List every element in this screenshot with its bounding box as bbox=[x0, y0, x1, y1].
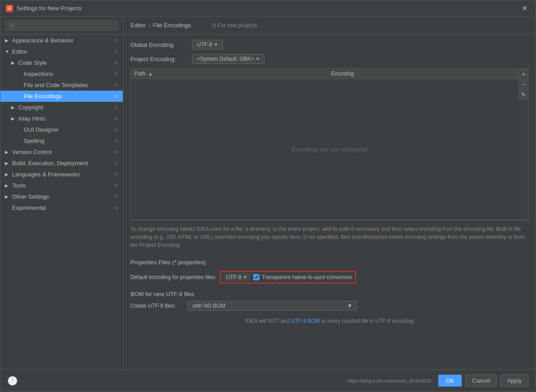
table-empty-message: Encodings are not configured bbox=[131, 79, 528, 220]
sidebar-item-build-execution[interactable]: ▶ Build, Execution, Deployment ⧉ bbox=[0, 158, 123, 169]
sidebar-item-languages-frameworks[interactable]: ▶ Languages & Frameworks ⧉ bbox=[0, 169, 123, 180]
copy-icon: ⧉ bbox=[115, 194, 118, 200]
bom-create-select[interactable]: with NO BOM ▼ bbox=[188, 301, 357, 311]
table-actions: + − ✎ bbox=[519, 69, 528, 100]
for-new-projects-label: ⊡ For new projects bbox=[212, 22, 257, 29]
sidebar-item-other-settings[interactable]: ▶ Other Settings ⧉ bbox=[0, 191, 123, 202]
sidebar-item-label: Version Control bbox=[12, 149, 52, 155]
transparent-conversion-checkbox[interactable] bbox=[253, 274, 260, 280]
transparent-conversion-label: Transparent native-to-ascii conversion bbox=[262, 274, 352, 280]
properties-encoding-value: UTF-8 bbox=[226, 274, 241, 280]
arrow-icon: ▶ bbox=[11, 116, 17, 121]
sidebar-item-label: Editor bbox=[12, 48, 27, 55]
bom-create-value: with NO BOM bbox=[193, 303, 225, 309]
close-button[interactable]: ✕ bbox=[519, 3, 530, 13]
properties-row: Default encoding for properties files: U… bbox=[130, 269, 528, 285]
sidebar-item-label: Inlay Hints bbox=[18, 115, 46, 122]
sidebar-item-label: Spelling bbox=[24, 138, 44, 144]
sidebar-item-label: File Encodings bbox=[24, 93, 62, 100]
sidebar-item-label: Inspections bbox=[24, 71, 53, 77]
app-icon: IJ bbox=[6, 5, 13, 12]
sidebar-item-label: Build, Execution, Deployment bbox=[12, 160, 88, 167]
sidebar-item-label: Other Settings bbox=[12, 193, 49, 200]
help-button[interactable]: ? bbox=[8, 376, 17, 386]
sidebar-item-label: Copyright bbox=[18, 104, 43, 111]
settings-dialog: IJ Settings for New Projects ✕ ▶ Appeara… bbox=[0, 0, 536, 392]
copy-icon: ⧉ bbox=[115, 104, 118, 110]
search-input[interactable] bbox=[5, 20, 118, 31]
table-header: Path ▲ Encoding bbox=[131, 69, 528, 79]
add-encoding-button[interactable]: + bbox=[519, 69, 528, 79]
sort-arrow-icon: ▲ bbox=[148, 71, 153, 76]
breadcrumb-current: File Encodings bbox=[153, 22, 191, 29]
sidebar-item-inlay-hints[interactable]: ▶ Inlay Hints ⧉ bbox=[0, 113, 123, 124]
copy-icon: ⧉ bbox=[115, 205, 118, 211]
sidebar-item-file-code-templates[interactable]: ▶ File and Code Templates ⧉ bbox=[0, 79, 123, 91]
edit-encoding-button[interactable]: ✎ bbox=[519, 89, 528, 100]
transparent-conversion-row: Transparent native-to-ascii conversion bbox=[253, 274, 352, 280]
apply-button[interactable]: Apply bbox=[500, 375, 528, 387]
sidebar-item-copyright[interactable]: ▶ Copyright ⧉ bbox=[0, 102, 123, 113]
default-encoding-label: Default encoding for properties files: bbox=[130, 274, 216, 280]
copy-icon: ⧉ bbox=[115, 60, 118, 66]
main-content: ▶ Appearance & Behavior ⧉ ▼ Editor ⧉ ▶ C… bbox=[0, 17, 536, 369]
bom-create-label: Create UTF-8 files: bbox=[130, 303, 184, 309]
remove-encoding-button[interactable]: − bbox=[519, 79, 528, 90]
arrow-icon: ▶ bbox=[5, 172, 10, 177]
panel-header: Editor › File Encodings ⊡ For new projec… bbox=[123, 17, 536, 34]
sidebar-item-spelling[interactable]: ▶ Spelling ⧉ bbox=[0, 135, 123, 146]
dialog-title: Settings for New Projects bbox=[17, 5, 519, 12]
breadcrumb-parent: Editor bbox=[130, 22, 146, 29]
properties-section-title: Properties Files (*.properties) bbox=[130, 259, 528, 266]
arrow-icon: ▶ bbox=[5, 161, 10, 166]
bom-note-suffix: to every created file in UTF-8 encoding bbox=[320, 318, 414, 324]
copy-icon: ⧉ bbox=[115, 38, 118, 43]
copy-icon: ⧉ bbox=[115, 49, 118, 54]
copy-icon: ⧉ bbox=[115, 93, 118, 99]
properties-section: Properties Files (*.properties) Default … bbox=[130, 259, 528, 285]
properties-encoding-select[interactable]: UTF-8 ▼ bbox=[223, 273, 250, 281]
arrow-icon: ▶ bbox=[5, 150, 10, 154]
highlighted-properties-box: UTF-8 ▼ Transparent native-to-ascii conv… bbox=[220, 271, 356, 284]
bom-section: BOM for new UTF-8 files Create UTF-8 fil… bbox=[130, 291, 528, 324]
properties-encoding-arrow: ▼ bbox=[243, 275, 247, 279]
bom-section-title: BOM for new UTF-8 files bbox=[130, 291, 528, 297]
title-bar: IJ Settings for New Projects ✕ bbox=[0, 0, 536, 17]
sidebar-item-file-encodings[interactable]: ▶ File Encodings ⧉ bbox=[0, 91, 123, 102]
search-box bbox=[0, 17, 123, 35]
sidebar: ▶ Appearance & Behavior ⧉ ▼ Editor ⧉ ▶ C… bbox=[0, 17, 123, 369]
sidebar-item-code-style[interactable]: ▶ Code Style ⧉ bbox=[0, 57, 123, 68]
bom-select-arrow: ▼ bbox=[347, 303, 352, 309]
bom-note-highlight: UTF-8 BOM bbox=[291, 318, 320, 324]
ok-button[interactable]: OK bbox=[438, 375, 462, 387]
copy-icon: ⧉ bbox=[115, 138, 118, 144]
panel-body: Global Encoding: UTF-8 ▼ Project Encodin… bbox=[123, 34, 536, 369]
project-encoding-select[interactable]: <System Default: GBK> ▼ bbox=[192, 54, 264, 64]
sidebar-item-editor[interactable]: ▼ Editor ⧉ bbox=[0, 46, 123, 57]
copy-icon: ⧉ bbox=[115, 71, 118, 77]
sidebar-item-version-control[interactable]: ▶ Version Control ⧉ bbox=[0, 146, 123, 158]
description-text: To change encoding IntelliJ IDEA uses fo… bbox=[130, 220, 528, 254]
cancel-button[interactable]: Cancel bbox=[465, 375, 497, 387]
arrow-icon: ▼ bbox=[5, 49, 10, 54]
sidebar-item-inspections[interactable]: ▶ Inspections ⧉ bbox=[0, 68, 123, 79]
copy-icon: ⧉ bbox=[115, 127, 118, 133]
global-encoding-arrow: ▼ bbox=[214, 42, 218, 47]
sidebar-item-gui-designer[interactable]: ▶ GUI Designer ⧉ bbox=[0, 124, 123, 135]
table-col-path[interactable]: Path ▲ bbox=[134, 71, 328, 77]
copy-icon: ⧉ bbox=[115, 82, 118, 88]
copy-icon: ⧉ bbox=[115, 116, 118, 121]
table-col-encoding: Encoding bbox=[328, 71, 524, 77]
arrow-icon: ▶ bbox=[11, 60, 17, 65]
breadcrumb-arrow: › bbox=[148, 22, 150, 29]
copy-icon: ⧉ bbox=[115, 160, 118, 166]
footer-right: https://blog.csdn.net/weixin_42360600 OK… bbox=[348, 375, 528, 387]
sidebar-item-appearance[interactable]: ▶ Appearance & Behavior ⧉ bbox=[0, 35, 123, 46]
breadcrumb: Editor › File Encodings ⊡ For new projec… bbox=[130, 22, 528, 29]
global-encoding-select[interactable]: UTF-8 ▼ bbox=[192, 40, 223, 50]
copy-icon: ⧉ bbox=[115, 149, 118, 155]
sidebar-item-tools[interactable]: ▶ Tools ⧉ bbox=[0, 180, 123, 191]
bom-note-prefix: IDEA will NOT add bbox=[245, 318, 291, 324]
sidebar-item-experimental[interactable]: ▶ Experimental ⧉ bbox=[0, 202, 123, 213]
right-panel: Editor › File Encodings ⊡ For new projec… bbox=[123, 17, 536, 369]
